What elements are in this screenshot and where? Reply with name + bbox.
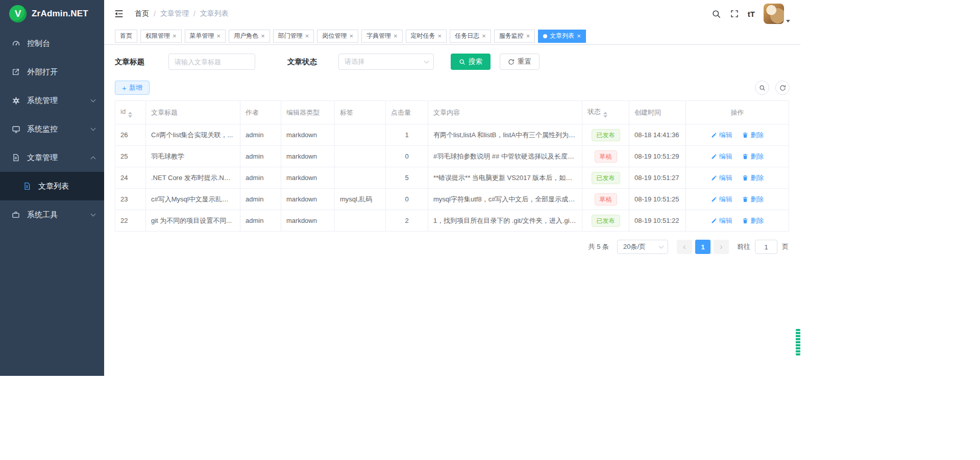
page-content: 文章标题 文章状态 请选择 搜索 重置 + xyxy=(104,45,800,376)
tab-department[interactable]: 部门管理× xyxy=(273,30,314,43)
fullscreen-icon[interactable] xyxy=(730,9,739,18)
delete-link[interactable]: 删除 xyxy=(742,216,764,225)
tab-dict[interactable]: 字典管理× xyxy=(361,30,403,43)
tab-label: 任务日志 xyxy=(455,32,479,40)
tab-article-list[interactable]: 文章列表× xyxy=(538,30,586,43)
toolbox-icon xyxy=(11,210,20,219)
page-size-select[interactable]: 20条/页 xyxy=(617,240,668,254)
tab-label: 岗位管理 xyxy=(322,32,347,40)
gear-icon xyxy=(11,96,20,105)
tab-post[interactable]: 岗位管理× xyxy=(317,30,358,43)
tab-menu[interactable]: 菜单管理× xyxy=(185,30,226,43)
sidebar-item-article-list[interactable]: 文章列表 xyxy=(0,172,104,200)
close-icon[interactable]: × xyxy=(526,33,530,39)
edit-link[interactable]: 编辑 xyxy=(711,216,732,225)
delete-link[interactable]: 删除 xyxy=(742,131,764,140)
tab-label: 部门管理 xyxy=(278,32,303,40)
tab-service-monitor[interactable]: 服务监控× xyxy=(494,30,535,43)
close-icon[interactable]: × xyxy=(217,33,221,39)
add-button[interactable]: + 新增 xyxy=(115,81,150,95)
close-icon[interactable]: × xyxy=(349,33,353,39)
reset-button[interactable]: 重置 xyxy=(500,54,540,70)
cell-editor: markdown xyxy=(281,167,335,189)
col-id[interactable]: id xyxy=(115,101,146,124)
sidebar-item-article-management[interactable]: 文章管理 xyxy=(0,143,104,172)
prev-page-button[interactable]: ‹ xyxy=(677,240,692,254)
monitor-icon xyxy=(11,124,20,134)
avatar[interactable] xyxy=(764,4,784,24)
toggle-search-button[interactable] xyxy=(755,81,769,95)
cell-created: 08-19 10:51:29 xyxy=(629,146,686,167)
cell-title: 羽毛球教学 xyxy=(146,146,240,167)
edit-link[interactable]: 编辑 xyxy=(711,131,732,140)
breadcrumb-home[interactable]: 首页 xyxy=(135,9,149,18)
cell-created: 08-19 10:51:22 xyxy=(629,210,686,232)
pagination: 共 5 条 20条/页 ‹ 1 › 前往 页 xyxy=(115,240,789,254)
tab-label: 文章列表 xyxy=(550,32,574,40)
sidebar-item-system-tools[interactable]: 系统工具 xyxy=(0,200,104,229)
col-status[interactable]: 状态 xyxy=(582,101,629,124)
table-row: 26 C#两个list集合实现关联，... admin markdown 1 有… xyxy=(115,124,789,146)
status-badge: 已发布 xyxy=(592,129,620,141)
tab-home[interactable]: 首页 xyxy=(115,30,137,43)
cell-status: 已发布 xyxy=(582,210,629,232)
sidebar-item-label: 文章列表 xyxy=(38,182,69,191)
tab-task-log[interactable]: 任务日志× xyxy=(450,30,491,43)
sidebar-item-label: 系统工具 xyxy=(27,210,58,220)
add-button-label: 新增 xyxy=(129,83,142,92)
search-button[interactable]: 搜索 xyxy=(451,54,491,70)
close-icon[interactable]: × xyxy=(173,33,177,39)
cell-title: git 为不同的项目设置不同... xyxy=(146,210,240,232)
search-button-label: 搜索 xyxy=(469,57,482,66)
close-icon[interactable]: × xyxy=(305,33,309,39)
tab-label: 定时任务 xyxy=(411,32,435,40)
user-menu[interactable] xyxy=(764,4,790,24)
table-toolbar: + 新增 xyxy=(115,81,790,95)
sort-icon[interactable] xyxy=(603,112,607,118)
article-title-input[interactable] xyxy=(168,54,255,70)
goto-page-input[interactable] xyxy=(755,240,777,254)
close-icon[interactable]: × xyxy=(394,33,398,39)
sidebar-item-system-monitor[interactable]: 系统监控 xyxy=(0,115,104,143)
right-tools xyxy=(755,81,790,95)
font-size-icon[interactable]: tT xyxy=(748,10,755,18)
delete-link[interactable]: 删除 xyxy=(742,173,764,183)
sidebar: V ZrAdmin.NET 控制台 外部打开 系统管理 系统监控 xyxy=(0,0,104,376)
cell-id: 22 xyxy=(115,210,146,232)
refresh-button[interactable] xyxy=(775,81,790,95)
tab-label: 字典管理 xyxy=(366,32,391,40)
col-editor-type: 编辑器类型 xyxy=(281,101,335,124)
close-icon[interactable]: × xyxy=(482,33,486,39)
refresh-icon xyxy=(779,85,786,91)
menu-fold-icon[interactable] xyxy=(113,8,125,19)
tab-user-role[interactable]: 用户角色× xyxy=(229,30,270,43)
sidebar-item-external-open[interactable]: 外部打开 xyxy=(0,58,104,86)
article-status-select[interactable]: 请选择 xyxy=(338,54,434,70)
edit-link[interactable]: 编辑 xyxy=(711,152,732,161)
top-header: 首页 / 文章管理 / 文章列表 tT xyxy=(104,0,800,28)
tab-scheduled-task[interactable]: 定时任务× xyxy=(406,30,447,43)
page-number-button[interactable]: 1 xyxy=(695,240,710,254)
next-page-button[interactable]: › xyxy=(714,240,729,254)
edit-link[interactable]: 编辑 xyxy=(711,173,732,183)
cell-tags: mysql,乱码 xyxy=(335,189,386,210)
close-icon[interactable]: × xyxy=(577,33,581,39)
cell-author: admin xyxy=(240,146,281,167)
tab-permission[interactable]: 权限管理× xyxy=(140,30,182,43)
sort-icon[interactable] xyxy=(128,112,132,118)
sidebar-item-system-management[interactable]: 系统管理 xyxy=(0,86,104,115)
close-icon[interactable]: × xyxy=(261,33,265,39)
cell-editor: markdown xyxy=(281,124,335,146)
edit-icon xyxy=(711,196,717,202)
sidebar-item-dashboard[interactable]: 控制台 xyxy=(0,29,104,58)
tags-view: 首页 权限管理× 菜单管理× 用户角色× 部门管理× 岗位管理× 字典管理× 定… xyxy=(104,28,800,45)
logo[interactable]: V ZrAdmin.NET xyxy=(0,0,104,28)
edit-link[interactable]: 编辑 xyxy=(711,195,732,204)
cell-clicks: 2 xyxy=(386,210,428,232)
search-icon[interactable] xyxy=(712,9,721,19)
delete-link[interactable]: 删除 xyxy=(742,152,764,161)
delete-link[interactable]: 删除 xyxy=(742,195,764,204)
scrollbar-thumb[interactable] xyxy=(796,329,800,355)
cell-id: 23 xyxy=(115,189,146,210)
close-icon[interactable]: × xyxy=(438,33,442,39)
